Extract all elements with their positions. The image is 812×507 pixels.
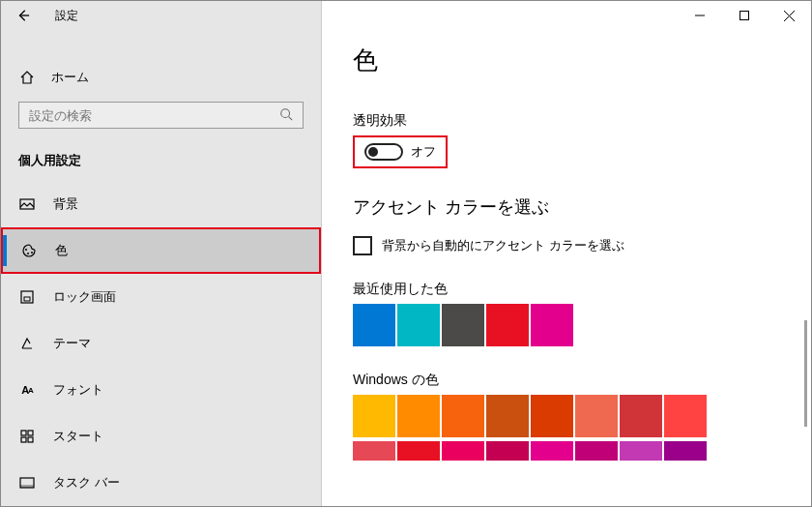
sidebar-item-fonts[interactable]: AA フォント xyxy=(1,367,321,413)
color-swatch[interactable] xyxy=(664,395,707,437)
sidebar-item-themes[interactable]: テーマ xyxy=(1,320,321,367)
maximize-button[interactable] xyxy=(722,1,767,30)
color-swatch[interactable] xyxy=(353,395,395,437)
search-icon xyxy=(279,107,293,124)
color-swatch[interactable] xyxy=(664,441,707,461)
lockscreen-icon xyxy=(18,288,36,306)
fonts-icon: AA xyxy=(18,381,36,399)
sidebar-item-taskbar[interactable]: タスク バー xyxy=(1,460,321,506)
color-swatch[interactable] xyxy=(397,441,440,461)
sidebar-item-label: ロック画面 xyxy=(53,288,116,306)
sidebar-item-label: 色 xyxy=(55,242,68,259)
color-swatch[interactable] xyxy=(486,395,529,437)
sidebar-home[interactable]: ホーム xyxy=(1,57,321,98)
picture-icon xyxy=(18,195,36,213)
color-swatch[interactable] xyxy=(486,304,529,346)
back-button[interactable] xyxy=(9,1,38,30)
sidebar-item-label: フォント xyxy=(53,381,103,399)
windows-colors-label: Windows の色 xyxy=(353,372,780,389)
sidebar-item-label: スタート xyxy=(53,428,103,445)
close-button[interactable] xyxy=(767,1,811,30)
themes-icon xyxy=(18,335,36,352)
transparency-label: 透明効果 xyxy=(353,112,780,130)
sidebar-item-label: タスク バー xyxy=(53,474,120,492)
svg-point-4 xyxy=(31,252,33,254)
color-swatch[interactable] xyxy=(397,395,440,437)
svg-rect-6 xyxy=(24,297,30,301)
taskbar-icon xyxy=(18,474,36,492)
search-box[interactable] xyxy=(18,102,304,129)
color-swatch[interactable] xyxy=(620,395,662,437)
home-icon xyxy=(18,69,36,86)
recent-colors-row xyxy=(353,304,780,346)
window-title: 設定 xyxy=(55,8,78,24)
svg-rect-10 xyxy=(28,437,33,442)
svg-rect-1 xyxy=(20,199,34,209)
accent-heading: アクセント カラーを選ぶ xyxy=(353,195,780,219)
content-area: 色 透明効果 オフ アクセント カラーを選ぶ 背景から自動的にアクセント カラー… xyxy=(322,1,811,506)
svg-rect-12 xyxy=(20,485,34,488)
color-swatch[interactable] xyxy=(575,441,618,461)
auto-accent-label: 背景から自動的にアクセント カラーを選ぶ xyxy=(382,237,624,254)
color-swatch[interactable] xyxy=(353,304,395,346)
color-swatch[interactable] xyxy=(353,441,395,461)
svg-rect-13 xyxy=(740,12,749,20)
auto-accent-row[interactable]: 背景から自動的にアクセント カラーを選ぶ xyxy=(353,236,780,255)
toggle-knob xyxy=(368,147,378,157)
minimize-button[interactable] xyxy=(678,1,722,30)
auto-accent-checkbox[interactable] xyxy=(353,236,372,255)
transparency-toggle[interactable] xyxy=(364,143,403,161)
color-swatch[interactable] xyxy=(575,395,618,437)
color-swatch[interactable] xyxy=(531,395,573,437)
svg-rect-8 xyxy=(28,431,33,435)
color-swatch[interactable] xyxy=(442,395,484,437)
color-swatch[interactable] xyxy=(531,441,573,461)
color-swatch[interactable] xyxy=(620,441,662,461)
sidebar-item-label: テーマ xyxy=(53,335,91,352)
svg-point-3 xyxy=(27,253,29,254)
color-swatch[interactable] xyxy=(442,304,484,346)
sidebar-item-start[interactable]: スタート xyxy=(1,413,321,460)
svg-rect-7 xyxy=(21,431,26,435)
color-swatch[interactable] xyxy=(442,441,484,461)
sidebar-home-label: ホーム xyxy=(51,69,89,86)
svg-point-0 xyxy=(281,108,290,117)
sidebar-item-lockscreen[interactable]: ロック画面 xyxy=(1,274,321,320)
sidebar-item-background[interactable]: 背景 xyxy=(1,181,321,227)
transparency-toggle-row: オフ xyxy=(353,135,448,168)
window-controls xyxy=(678,1,811,30)
color-swatch[interactable] xyxy=(486,441,529,461)
windows-colors-row-1 xyxy=(353,395,780,437)
color-swatch[interactable] xyxy=(531,304,573,346)
sidebar-item-colors[interactable]: 色 xyxy=(1,227,321,274)
sidebar: 設定 ホーム 個人用設定 背景 xyxy=(1,1,322,506)
scrollbar[interactable] xyxy=(804,320,807,427)
nav-list: 背景 色 ロック画面 テーマ AA xyxy=(1,181,321,506)
sidebar-item-label: 背景 xyxy=(53,195,78,213)
color-swatch[interactable] xyxy=(397,304,440,346)
svg-rect-9 xyxy=(21,437,26,442)
recent-colors-label: 最近使用した色 xyxy=(353,281,780,298)
transparency-state: オフ xyxy=(411,143,436,161)
windows-colors-row-2 xyxy=(353,441,780,461)
titlebar: 設定 xyxy=(1,1,321,30)
sidebar-section-title: 個人用設定 xyxy=(1,129,321,181)
palette-icon xyxy=(20,242,38,259)
start-icon xyxy=(18,428,36,445)
page-title: 色 xyxy=(353,44,780,77)
search-input[interactable] xyxy=(29,108,279,123)
svg-point-2 xyxy=(25,249,27,251)
